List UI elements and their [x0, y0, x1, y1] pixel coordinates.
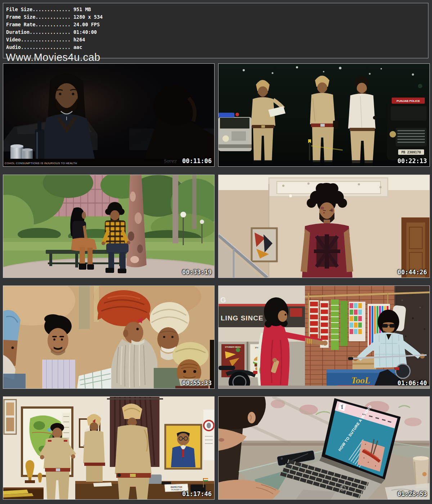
info-value: 1280 x 534 [73, 14, 103, 20]
media-info-row: Video................. h264 [3, 36, 428, 44]
poster-left-text: STUNNER MENU [225, 346, 241, 348]
police-jeep [219, 113, 252, 151]
info-label: Duration.............. [6, 29, 71, 35]
abstract-wall-art [252, 228, 277, 261]
shampoo-sachets [349, 302, 365, 341]
timestamp-overlay: 00:11:06 [182, 157, 212, 165]
media-info-panel: File Size............. 951 MB Frame Size… [3, 3, 428, 58]
screenshot-thumbnail-5[interactable]: 00:55:33 [3, 285, 215, 389]
timestamp-overlay: 00:55:33 [182, 379, 212, 387]
media-info-row: Audio................. aac [3, 44, 428, 51]
police-suv: PUNJAB POLICE PB 2309170 [387, 98, 429, 160]
info-value: aac [73, 44, 82, 50]
screenshot-thumbnail-2[interactable]: PUNJAB POLICE PB 2309170 [218, 63, 430, 167]
info-value: h264 [73, 37, 85, 42]
paper-cup [413, 456, 429, 488]
info-value: 01:40:00 [73, 29, 97, 35]
nameplate-line1: INSPECTOR [171, 486, 182, 488]
screenshot-thumbnail-7[interactable]: INSPECTOR TAJINDER SI [3, 396, 215, 500]
punjab-police-crest-poster [203, 410, 214, 460]
info-label: Audio................. [6, 44, 71, 50]
screenshot-thumbnail-1[interactable]: ਮਿਲਾਵਟ COHOL CONSUMPTIONS IS INJURIOUS T… [3, 63, 215, 167]
scene-crowd [3, 286, 214, 388]
nameplate-line2: TAJINDER SI [171, 489, 182, 491]
punjab-police-banner: PUNJAB POLICE [397, 99, 420, 103]
channel-watermark: ਮਿਲਾਵਟ [164, 159, 177, 164]
statutory-warning-text: COHOL CONSUMPTIONS IS INJURIOUS TO HEALT… [5, 162, 77, 165]
info-value: 24.00 FPS [73, 22, 100, 27]
scene-park [3, 175, 214, 278]
info-label: File Size............. [6, 6, 71, 12]
media-info-row: Duration.............. 01:40:00 [3, 28, 428, 36]
screenshot-thumbnail-4[interactable]: 00:44:26 [218, 175, 430, 278]
scene-night-bar [3, 64, 214, 166]
info-label: Frame Size............ [6, 14, 71, 20]
timestamp-overlay: 00:44:26 [397, 269, 427, 276]
ambedkar-portrait [165, 425, 201, 469]
info-value: 951 MB [73, 6, 91, 12]
scene-night-police: PUNJAB POLICE PB 2309170 [219, 64, 429, 166]
license-plate: PB 2309170 [401, 150, 421, 154]
screenshot-thumbnail-3[interactable]: 00:33:19 [3, 175, 215, 278]
wall-letter: G [220, 296, 226, 304]
cart-text: TooL [351, 375, 370, 385]
timestamp-overlay: 00:33:19 [182, 269, 212, 276]
media-info-row: Frame Rate............ 24.00 FPS [3, 21, 428, 28]
tshirt-print [314, 234, 340, 269]
media-info-row: File Size............. 951 MB [3, 6, 428, 13]
timestamp-overlay: 01:28:53 [397, 490, 427, 498]
media-info-row: Frame Size............ 1280 x 534 [3, 13, 428, 21]
scene-laptop: HOW TO SUTURE A WOUND [219, 397, 429, 499]
scene-police-office: INSPECTOR TAJINDER SI [3, 397, 214, 499]
media-info-rows: File Size............. 951 MB Frame Size… [3, 3, 428, 51]
scene-indoor-stairs [219, 175, 429, 278]
info-label: Frame Rate............ [6, 22, 71, 27]
timestamp-overlay: 01:06:40 [397, 379, 427, 387]
screenshot-thumbnail-6[interactable]: G LING SINCE 1954 STUNNER MENU IT'S A WH… [218, 285, 430, 389]
timestamp-overlay: 00:22:13 [397, 157, 427, 165]
timestamp-overlay: 01:17:46 [182, 490, 212, 498]
screenshot-thumbnail-8[interactable]: HOW TO SUTURE A WOUND [218, 396, 430, 500]
site-watermark: Www.Movies4u.cab [3, 51, 428, 63]
corner-frames [4, 400, 16, 434]
scene-street: G LING SINCE 1954 STUNNER MENU IT'S A WH… [219, 286, 429, 388]
info-label: Video................. [6, 37, 71, 42]
